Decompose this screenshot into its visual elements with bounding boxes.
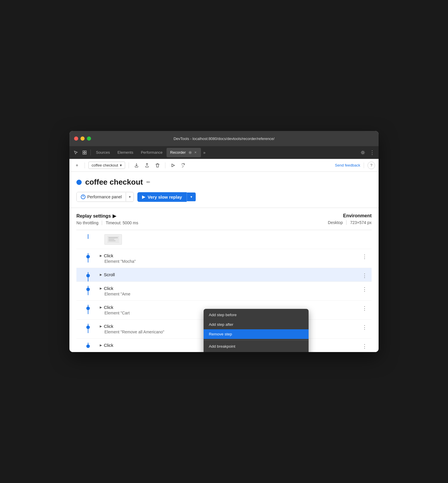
steps-container: ▶ Click Element "Mocha" ⋮ ▶ Scroll ⋮ [69, 230, 379, 352]
step-name-6: Click [104, 343, 113, 348]
ctx-add-before-label: Add step before [209, 313, 237, 317]
desktop-label: Desktop [328, 220, 343, 225]
step-timeline-5 [76, 324, 100, 329]
replay-settings-label: Replay settings [76, 214, 111, 219]
tab-sources-label: Sources [96, 150, 110, 155]
tab-separator-1 [90, 150, 91, 155]
step-timeline-1 [76, 253, 100, 258]
replay-button[interactable]: ▶ Very slow replay ▾ [137, 192, 196, 202]
close-button[interactable] [74, 136, 78, 141]
step-menu-1[interactable]: ⋮ [360, 253, 369, 261]
tab-recorder-label: Recorder [170, 150, 186, 155]
step-content-2: ▶ Scroll [100, 272, 372, 277]
replay-label: Very slow replay [148, 195, 182, 200]
timeout-label: Timeout: 5000 ms [106, 220, 138, 225]
replay-settings-arrow: ▶ [113, 213, 116, 219]
toolbar-sep-3 [165, 162, 165, 168]
step-name-4: Click [104, 305, 113, 310]
tab-close-recorder[interactable]: ✕ [193, 150, 197, 155]
step-menu-5[interactable]: ⋮ [360, 323, 369, 331]
replay-main[interactable]: ▶ Very slow replay [137, 192, 187, 202]
step-expand-icon-1: ▶ [100, 254, 102, 257]
settings-icon[interactable] [359, 148, 367, 157]
import-button[interactable] [143, 161, 151, 169]
timeline-dot-1 [86, 255, 90, 258]
throttling-label: No throttling [76, 220, 98, 225]
toolbar-sep-1 [85, 162, 85, 168]
ctx-add-after[interactable]: Add step after [204, 320, 309, 329]
step-timeline-thumb [76, 234, 100, 235]
ctx-remove[interactable]: Remove step [204, 329, 309, 339]
step-thumbnail [104, 234, 122, 245]
step-expand-icon-3: ▶ [100, 287, 102, 290]
replay-settings-title[interactable]: Replay settings ▶ [76, 213, 296, 219]
environment-settings: Environment Desktop 723×574 px [296, 213, 372, 225]
step-menu-4[interactable]: ⋮ [360, 304, 369, 312]
step-content-3: ▶ Click Element "Ame [100, 286, 372, 296]
titlebar: DevTools - localhost:8080/docs/devtools/… [69, 131, 379, 146]
ctx-add-before[interactable]: Add step before [204, 310, 309, 320]
step-name-1: Click [104, 253, 113, 258]
context-menu: Add step before Add step after Remove st… [204, 309, 309, 352]
step-row-2: ▶ Scroll ⋮ [76, 268, 372, 282]
timeline-dot-3 [86, 288, 90, 291]
toolbar-sep-2 [129, 162, 129, 168]
replay-settings-details: No throttling Timeout: 5000 ms [76, 220, 296, 225]
svg-point-5 [190, 152, 191, 153]
step-detail-3: Element "Ame [100, 292, 360, 296]
tab-sources[interactable]: Sources [92, 148, 113, 157]
step-expand-icon-2: ▶ [100, 273, 102, 276]
step-expand-icon-6: ▶ [100, 344, 102, 347]
timeline-line-thumb [88, 234, 88, 239]
ctx-sep-1 [204, 340, 309, 340]
inspect-icon[interactable] [80, 148, 89, 157]
step-menu-6[interactable]: ⋮ [360, 342, 369, 350]
settings-detail-sep [102, 220, 102, 225]
recording-header: coffee checkout ✏ [76, 178, 372, 187]
tab-performance[interactable]: Performance [137, 148, 166, 157]
step-replay-button[interactable] [179, 161, 188, 169]
minimize-button[interactable] [80, 136, 85, 141]
performance-panel-dropdown[interactable]: ▾ [126, 192, 134, 201]
toolbar-sep-4 [364, 162, 364, 168]
export-button[interactable] [132, 161, 141, 169]
step-header-3[interactable]: ▶ Click [100, 286, 360, 291]
new-recording-button[interactable]: + [73, 161, 81, 169]
performance-panel-main[interactable]: Performance panel [77, 192, 126, 202]
performance-panel-label: Performance panel [87, 195, 122, 199]
send-feedback-link[interactable]: Send feedback [335, 163, 360, 167]
step-row-1: ▶ Click Element "Mocha" ⋮ [76, 249, 372, 268]
timeline-dot-4 [86, 307, 90, 310]
step-expand-icon-4: ▶ [100, 306, 102, 309]
help-button[interactable]: ? [368, 162, 375, 169]
toolbar-right: Send feedback ? [335, 162, 375, 169]
tab-elements-label: Elements [118, 150, 133, 155]
tab-recorder[interactable]: Recorder ✕ [167, 148, 201, 157]
ctx-breakpoint[interactable]: Add breakpoint [204, 342, 309, 351]
delete-button[interactable] [153, 161, 162, 169]
tab-elements[interactable]: Elements [114, 148, 137, 157]
main-content: coffee checkout ✏ Performance panel ▾ ▶ … [69, 172, 379, 230]
ctx-remove-label: Remove step [209, 332, 232, 336]
thumbnail-row [76, 230, 372, 249]
replay-dropdown[interactable]: ▾ [187, 192, 196, 201]
edit-title-icon[interactable]: ✏ [146, 179, 150, 185]
tab-performance-label: Performance [141, 150, 162, 155]
timeline-dot-6 [86, 344, 90, 348]
traffic-lights [74, 136, 91, 141]
tabs-overflow-icon[interactable]: » [202, 150, 207, 155]
svg-rect-1 [83, 153, 84, 154]
svg-rect-10 [108, 240, 116, 241]
recording-selector[interactable]: coffee checkout ▾ [88, 162, 125, 169]
more-icon[interactable]: ⋮ [368, 148, 376, 157]
svg-rect-3 [85, 153, 86, 154]
maximize-button[interactable] [87, 136, 91, 141]
step-header-1[interactable]: ▶ Click [100, 253, 360, 258]
step-menu-3[interactable]: ⋮ [360, 285, 369, 293]
performance-panel-button[interactable]: Performance panel ▾ [76, 192, 134, 202]
cursor-icon[interactable] [72, 148, 80, 157]
replay-once-button[interactable] [169, 161, 177, 169]
step-timeline-6 [76, 343, 100, 348]
step-menu-2[interactable]: ⋮ [360, 272, 369, 280]
step-header-2[interactable]: ▶ Scroll [100, 272, 360, 277]
